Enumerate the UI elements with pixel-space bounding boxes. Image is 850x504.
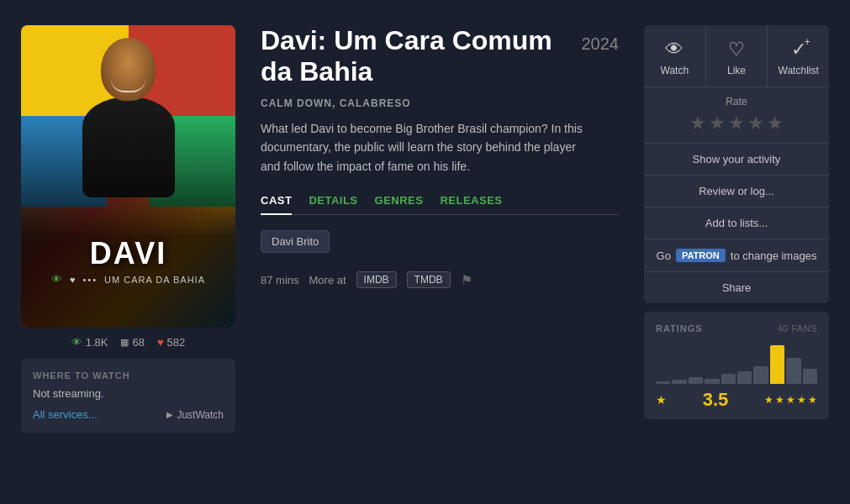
show-activity-button[interactable]: Show your activity [644, 144, 829, 176]
rating-chart [656, 342, 817, 384]
movie-description: What led Davi to become Big Brother Bras… [261, 119, 597, 176]
ratings-header: RATINGS 40 FANS [656, 323, 817, 333]
rating-bar-9 [803, 369, 817, 384]
rating-bar-4 [721, 374, 736, 384]
add-to-lists-button[interactable]: Add to lists... [644, 207, 829, 239]
tab-details[interactable]: DETAILS [309, 194, 357, 214]
flag-icon[interactable]: ⚑ [461, 272, 473, 288]
play-icon: ▶ [166, 410, 173, 419]
patron-row[interactable]: Go PATRON to change images [644, 239, 829, 272]
watchlist-label: Watchlist [779, 65, 819, 76]
more-at-label: More at [309, 274, 346, 286]
views-stat: 👁 1.8K [71, 336, 108, 349]
rating-stars-max: ★ ★ ★ ★ ★ [764, 394, 817, 406]
watch-button[interactable]: 👁 Watch [644, 25, 706, 87]
cast-member-tag[interactable]: Davi Brito [261, 230, 330, 253]
watch-icon: 👁 [665, 39, 684, 60]
watchlist-button[interactable]: ✓+ Watchlist [768, 25, 829, 87]
imdb-link[interactable]: IMDB [356, 271, 397, 288]
wtw-status: Not streaming. [33, 387, 224, 400]
right-column: 👁 Watch ♡ Like ✓+ Watchlist Rate [644, 25, 829, 433]
star-3[interactable]: ★ [728, 113, 745, 134]
movie-poster: DAVI 👁 ♥ ••• UM CARA DA BAHIA [21, 25, 235, 328]
movie-title: Davi: Um Cara Comum da Bahia [261, 25, 569, 87]
review-log-button[interactable]: Review or log... [644, 176, 829, 207]
share-button[interactable]: Share [644, 272, 829, 303]
action-buttons-box: 👁 Watch ♡ Like ✓+ Watchlist Rate [644, 25, 829, 303]
stars-row[interactable]: ★ ★ ★ ★ ★ [654, 113, 819, 134]
likes-stat: ♥ 582 [157, 336, 185, 349]
all-services-link[interactable]: All services... [33, 408, 98, 421]
star-min-icon: ★ [656, 393, 667, 407]
rating-score: 3.5 [703, 389, 729, 411]
tab-releases[interactable]: RELEASES [440, 194, 502, 214]
poster-title: DAVI [21, 236, 235, 271]
where-to-watch-box: WHERE TO WATCH Not streaming. All servic… [21, 359, 235, 433]
star-5[interactable]: ★ [767, 113, 784, 134]
title-row: Davi: Um Cara Comum da Bahia 2024 [261, 25, 619, 87]
list-icon: ▦ [120, 337, 129, 348]
fans-count: 40 FANS [777, 323, 817, 333]
rating-bar-7 [770, 345, 784, 384]
rating-bar-8 [786, 358, 800, 384]
rating-bar-2 [689, 377, 703, 384]
like-label: Like [727, 65, 746, 76]
rating-bar-1 [672, 380, 686, 384]
star-2[interactable]: ★ [709, 113, 726, 134]
ratings-box: RATINGS 40 FANS ★ 3.5 ★ ★ ★ ★ ★ [644, 312, 829, 419]
patron-badge: PATRON [676, 249, 726, 262]
poster-eye-icon: 👁 [51, 273, 63, 286]
movie-tagline: CALM DOWN, CALABRESO [261, 97, 619, 109]
lists-stat: ▦ 68 [120, 336, 144, 349]
star-4[interactable]: ★ [747, 113, 764, 134]
like-icon: ♡ [728, 39, 745, 60]
watchlist-icon: ✓+ [791, 39, 806, 60]
like-button[interactable]: ♡ Like [706, 25, 768, 87]
ratings-label: RATINGS [656, 323, 703, 333]
top-actions: 👁 Watch ♡ Like ✓+ Watchlist [644, 25, 829, 87]
patron-pre-text: Go [657, 249, 671, 262]
heart-icon: ♥ [157, 336, 164, 349]
movie-duration: 87 mins [261, 274, 299, 286]
movie-year: 2024 [582, 34, 620, 54]
rating-bar-0 [656, 381, 670, 384]
wtw-label: WHERE TO WATCH [33, 370, 224, 381]
poster-subtitle: 👁 ♥ ••• UM CARA DA BAHIA [21, 273, 235, 286]
rating-bar-3 [705, 379, 719, 384]
tab-genres[interactable]: GENRES [375, 194, 424, 214]
rating-bar-6 [753, 366, 768, 384]
watch-label: Watch [661, 65, 689, 76]
rate-section: Rate ★ ★ ★ ★ ★ [644, 87, 829, 144]
tab-cast[interactable]: CAST [261, 194, 292, 215]
tabs-row: CAST DETAILS GENRES RELEASES [261, 194, 619, 215]
rating-bottom-row: ★ 3.5 ★ ★ ★ ★ ★ [656, 389, 817, 411]
justwatch-link[interactable]: ▶ JustWatch [166, 409, 224, 421]
eye-icon: 👁 [71, 336, 82, 349]
left-column: DAVI 👁 ♥ ••• UM CARA DA BAHIA 👁 1.8K ▦ 6… [21, 25, 235, 433]
rate-label: Rate [654, 96, 819, 108]
middle-column: Davi: Um Cara Comum da Bahia 2024 CALM D… [261, 25, 619, 433]
rating-bar-5 [737, 371, 752, 384]
patron-post-text: to change images [731, 249, 817, 262]
stats-row: 👁 1.8K ▦ 68 ♥ 582 [21, 328, 235, 359]
star-1[interactable]: ★ [689, 113, 706, 134]
tmdb-link[interactable]: TMDB [407, 271, 451, 288]
movie-meta-row: 87 mins More at IMDB TMDB ⚑ [261, 271, 619, 288]
